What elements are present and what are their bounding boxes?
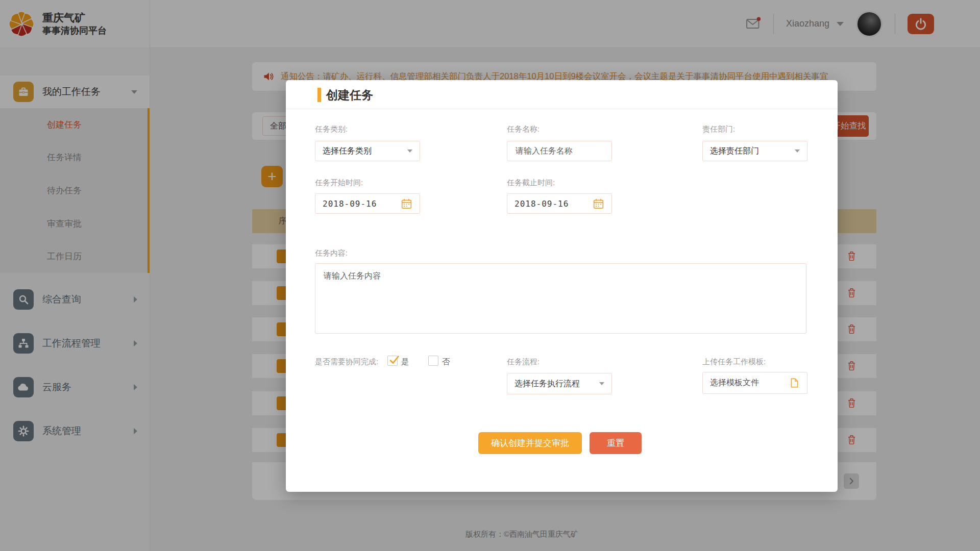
task-content-label: 任务内容: bbox=[315, 248, 348, 258]
collaborate-label: 是否需要协同完成: bbox=[315, 357, 378, 367]
end-date-field[interactable]: 2018-09-16 bbox=[507, 193, 612, 214]
template-file-value: 选择模板文件 bbox=[710, 378, 759, 388]
title-accent-bar bbox=[317, 88, 321, 102]
task-flow-select[interactable]: 选择任务执行流程 bbox=[507, 373, 612, 394]
collaborate-no-label: 否 bbox=[442, 357, 450, 367]
modal-title: 创建任务 bbox=[326, 87, 373, 103]
task-content-textarea[interactable] bbox=[315, 263, 806, 334]
responsible-dept-label: 责任部门: bbox=[702, 124, 735, 134]
task-name-label: 任务名称: bbox=[507, 124, 540, 134]
check-icon bbox=[388, 354, 400, 366]
start-date-value: 2018-09-16 bbox=[323, 199, 377, 209]
file-icon bbox=[789, 378, 800, 388]
collaborate-no-checkbox[interactable] bbox=[428, 356, 438, 366]
task-flow-value: 选择任务执行流程 bbox=[514, 379, 580, 389]
chevron-down-icon bbox=[599, 382, 604, 385]
task-name-input[interactable] bbox=[507, 141, 612, 161]
collaborate-yes-checkbox[interactable] bbox=[387, 356, 398, 366]
end-date-value: 2018-09-16 bbox=[514, 199, 569, 209]
chevron-down-icon bbox=[407, 149, 412, 153]
end-time-label: 任务截止时间: bbox=[507, 178, 555, 188]
confirm-submit-button[interactable]: 确认创建并提交审批 bbox=[478, 432, 582, 454]
start-date-field[interactable]: 2018-09-16 bbox=[315, 193, 420, 214]
modal-title-row: 创建任务 bbox=[286, 80, 838, 109]
task-category-label: 任务类别: bbox=[315, 124, 348, 134]
upload-template-label: 上传任务工作模板: bbox=[702, 357, 766, 367]
reset-button[interactable]: 重置 bbox=[590, 432, 642, 454]
calendar-icon[interactable] bbox=[401, 198, 412, 210]
create-task-modal: 创建任务 任务类别: 选择任务类别 任务名称: 责任部门: 选择责任部门 任务开… bbox=[286, 80, 838, 492]
calendar-icon[interactable] bbox=[593, 198, 604, 210]
collaborate-yes-label: 是 bbox=[401, 357, 409, 367]
task-category-select[interactable]: 选择任务类别 bbox=[315, 141, 420, 161]
task-category-value: 选择任务类别 bbox=[323, 146, 372, 157]
responsible-dept-value: 选择责任部门 bbox=[710, 146, 759, 157]
responsible-dept-select[interactable]: 选择责任部门 bbox=[702, 141, 807, 161]
task-flow-label: 任务流程: bbox=[507, 357, 540, 367]
start-time-label: 任务开始时间: bbox=[315, 178, 363, 188]
chevron-down-icon bbox=[795, 149, 800, 153]
template-file-picker[interactable]: 选择模板文件 bbox=[702, 372, 807, 394]
